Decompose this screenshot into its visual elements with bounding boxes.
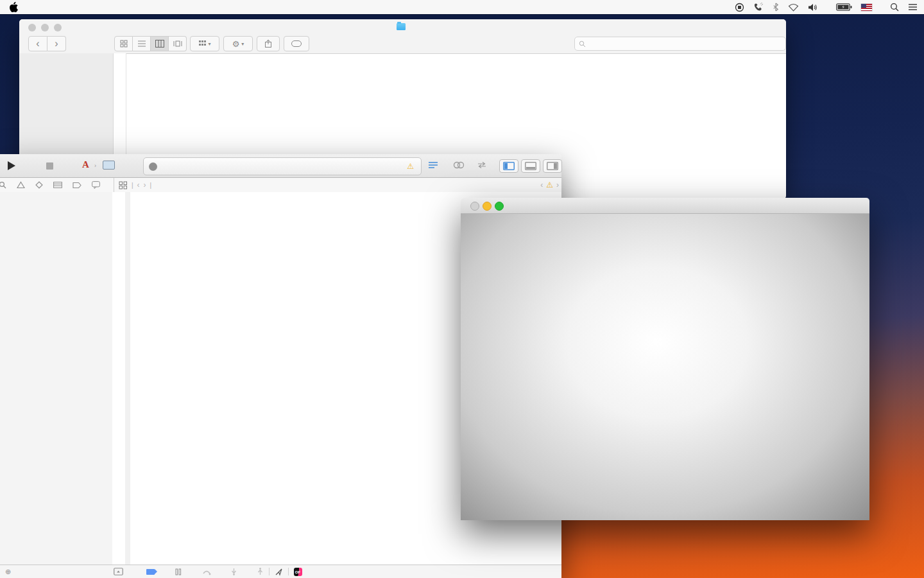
action-menu-button[interactable]: ⚙▾	[223, 36, 253, 51]
warning-icon: ⚠	[546, 180, 553, 189]
finder-titlebar[interactable]: ‹ › ▾ ⚙▾	[19, 19, 786, 54]
gear-icon: ⚙	[232, 39, 240, 49]
icon-view-button[interactable]	[114, 36, 133, 51]
test45debug-app-window	[461, 198, 869, 520]
navigator-panel-toggle[interactable]	[499, 159, 518, 173]
debug-area-toggle[interactable]	[521, 159, 540, 173]
window-title	[19, 23, 786, 30]
step-out-icon[interactable]	[257, 568, 264, 575]
project-navigator	[0, 192, 113, 565]
run-button[interactable]	[8, 161, 15, 170]
step-into-icon[interactable]	[230, 568, 237, 575]
zoom-button[interactable]	[495, 202, 504, 211]
wifi-icon[interactable]	[788, 3, 799, 12]
report-navigator-icon[interactable]	[92, 181, 100, 189]
forward-button[interactable]: ›	[47, 36, 66, 51]
scheme-app-icon[interactable]: A	[82, 159, 89, 170]
battery-icon[interactable]	[836, 3, 852, 11]
tag-icon	[291, 40, 302, 47]
pause-icon[interactable]	[175, 568, 182, 575]
search-icon	[579, 40, 586, 48]
breakpoints-toggle[interactable]	[146, 569, 155, 575]
navigator-filter-icon[interactable]: ⊕	[5, 568, 11, 576]
navigator-selector-bar	[0, 178, 114, 192]
arrange-menu-button[interactable]: ▾	[190, 36, 219, 51]
app-titlebar[interactable]	[461, 198, 869, 214]
warning-counter[interactable]: ⚠	[407, 162, 416, 171]
nav-buttons: ‹ ›	[28, 36, 66, 51]
menu-bar	[0, 0, 924, 14]
issue-navigator-icon[interactable]	[17, 181, 25, 189]
list-view-button[interactable]	[133, 36, 151, 51]
history-back-button[interactable]: ‹	[137, 180, 140, 189]
xcode-toolbar: A › ⚠	[0, 154, 561, 178]
utilities-panel-toggle[interactable]	[543, 159, 562, 173]
view-switcher	[114, 36, 187, 51]
run-destination-icon[interactable]	[103, 161, 115, 170]
gl-canvas	[461, 214, 869, 520]
assistant-editor-button[interactable]	[452, 160, 465, 170]
debug-navigator-icon[interactable]	[53, 181, 62, 189]
location-icon[interactable]	[275, 568, 283, 576]
stop-button[interactable]	[46, 162, 53, 170]
version-editor-button[interactable]	[475, 160, 488, 170]
search-navigator-icon[interactable]	[0, 181, 6, 189]
close-button[interactable]	[470, 202, 479, 211]
warning-icon: ⚠	[407, 162, 414, 171]
debug-bar: ⊕	[0, 565, 561, 578]
xcode-band: | ‹ › | ‹ ⚠ ›	[0, 178, 561, 193]
input-source-flag-icon[interactable]	[861, 4, 872, 11]
spotlight-search-icon[interactable]	[890, 3, 899, 12]
screen-record-icon[interactable]	[735, 3, 744, 12]
notification-center-icon[interactable]	[908, 3, 918, 11]
history-forward-button[interactable]: ›	[144, 180, 146, 189]
test-navigator-icon[interactable]	[35, 181, 43, 189]
share-button[interactable]	[257, 36, 280, 51]
hide-debug-area-icon[interactable]	[114, 568, 123, 575]
issue-stepper: ‹ ⚠ ›	[540, 178, 559, 192]
tag-button[interactable]	[284, 36, 309, 51]
standard-editor-button[interactable]	[427, 160, 440, 170]
volume-icon[interactable]	[808, 3, 818, 12]
previous-issue-button[interactable]: ‹	[540, 180, 543, 189]
step-over-icon[interactable]	[202, 568, 211, 575]
minimize-button[interactable]	[483, 202, 492, 211]
search-field[interactable]	[574, 37, 786, 51]
column-view-button[interactable]	[151, 36, 169, 51]
coverflow-view-button[interactable]	[169, 36, 187, 51]
next-issue-button[interactable]: ›	[556, 180, 559, 189]
of-app-icon	[294, 568, 302, 576]
back-button[interactable]: ‹	[28, 36, 47, 51]
phone-handoff-icon[interactable]	[753, 3, 764, 12]
breakpoint-navigator-icon[interactable]	[73, 182, 81, 189]
task-count-badge	[149, 162, 157, 171]
activity-viewer: ⚠	[143, 157, 422, 175]
share-icon	[264, 39, 272, 48]
bluetooth-icon[interactable]	[773, 3, 779, 12]
jump-bar: | ‹ › |	[112, 178, 561, 192]
apple-menu[interactable]	[9, 2, 18, 12]
scheme-chevron-icon: ›	[94, 162, 96, 169]
related-items-icon[interactable]	[119, 181, 128, 189]
folder-icon	[397, 23, 406, 30]
